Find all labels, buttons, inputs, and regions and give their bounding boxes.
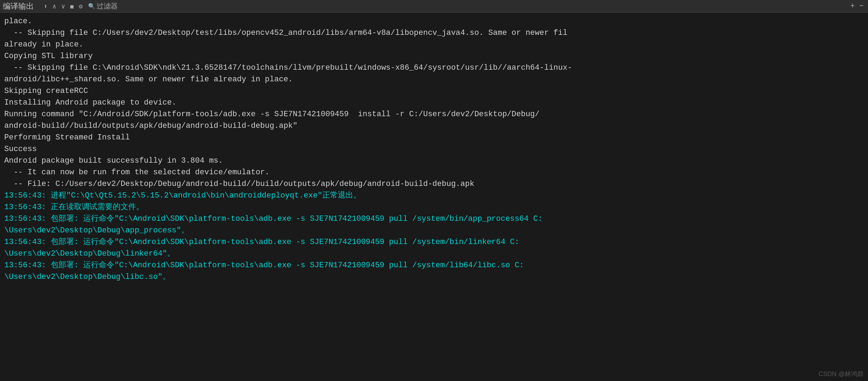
- upload-icon[interactable]: ⬆: [42, 2, 49, 11]
- settings-icon[interactable]: ⚙: [77, 2, 84, 11]
- terminal-line: Running command "C:/Android/SDK/platform…: [4, 108, 864, 120]
- filter-label: 过滤器: [97, 1, 118, 11]
- terminal-line: 13:56:43: 包部署: 运行命令"C:\Android\SDK\platf…: [4, 236, 864, 248]
- terminal-line: Performing Streamed Install: [4, 132, 864, 143]
- watermark: CSDN @林鸿群: [819, 370, 864, 378]
- terminal-line: android-build//build/outputs/apk/debug/a…: [4, 120, 864, 132]
- toolbar-icons: ⬆ ∧ ∨ ◼ ⚙: [42, 2, 84, 11]
- terminal-line: place.: [4, 15, 864, 27]
- terminal-line: -- Skipping file C:\Android\SDK\ndk\21.3…: [4, 62, 864, 74]
- terminal-line: -- It can now be run from the selected d…: [4, 167, 864, 178]
- terminal-line: Copying STL library: [4, 50, 864, 62]
- toolbar: 编译输出 ⬆ ∧ ∨ ◼ ⚙ 🔍 过滤器 + −: [0, 0, 868, 13]
- minus-button[interactable]: −: [858, 2, 865, 10]
- down-arrow-icon[interactable]: ∨: [60, 2, 67, 11]
- terminal-line: \Users\dev2\Desktop\Debug\linker64"。: [4, 248, 864, 260]
- terminal-line: Android package built successfully in 3.…: [4, 155, 864, 167]
- plus-button[interactable]: +: [849, 2, 856, 10]
- terminal-line: already in place.: [4, 39, 864, 50]
- terminal-line: \Users\dev2\Desktop\Debug\libc.so"。: [4, 271, 864, 283]
- terminal-line: \Users\dev2\Desktop\Debug\app_process"。: [4, 225, 864, 236]
- terminal-line: -- File: C:/Users/dev2/Desktop/Debug/and…: [4, 178, 864, 190]
- search-icon[interactable]: 🔍: [88, 3, 95, 10]
- terminal-line: Success: [4, 143, 864, 155]
- terminal-line: -- Skipping file C:/Users/dev2/Desktop/t…: [4, 27, 864, 39]
- toolbar-filter: 🔍 过滤器: [88, 1, 118, 11]
- terminal-line: Skipping createRCC: [4, 85, 864, 97]
- toolbar-right-buttons: + −: [849, 2, 865, 10]
- terminal-line: 13:56:43: 包部署: 运行命令"C:\Android\SDK\platf…: [4, 260, 864, 271]
- terminal-line: android/libc++_shared.so. Same or newer …: [4, 74, 864, 85]
- terminal-line: 13:56:43: 进程"C:\Qt\Qt5.15.2\5.15.2\andro…: [4, 190, 864, 201]
- terminal-line: Installing Android package to device.: [4, 97, 864, 108]
- stop-icon[interactable]: ◼: [69, 2, 75, 11]
- terminal-line: 13:56:43: 包部署: 运行命令"C:\Android\SDK\platf…: [4, 213, 864, 225]
- toolbar-title: 编译输出: [3, 1, 34, 12]
- terminal-line: 13:56:43: 正在读取调试需要的文件。: [4, 201, 864, 213]
- up-arrow-icon[interactable]: ∧: [51, 2, 58, 11]
- terminal-output: place. -- Skipping file C:/Users/dev2/De…: [0, 13, 868, 286]
